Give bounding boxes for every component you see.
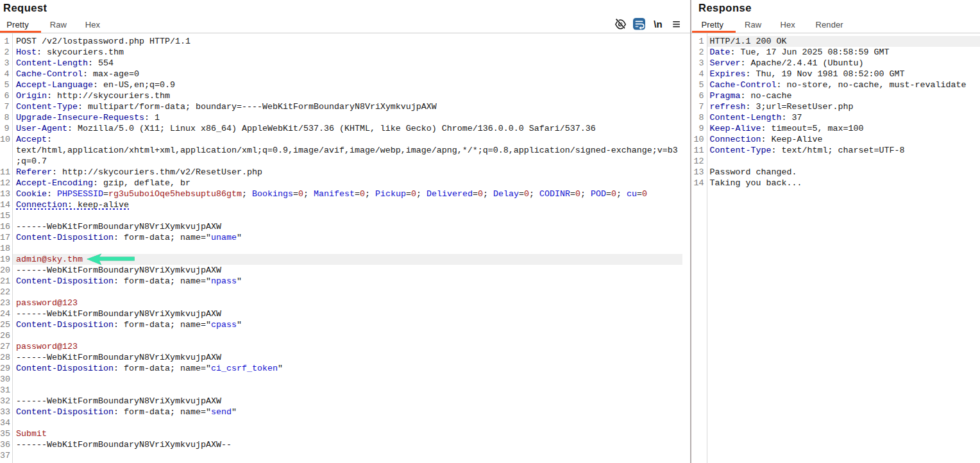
svg-text:\n: \n <box>654 19 662 29</box>
